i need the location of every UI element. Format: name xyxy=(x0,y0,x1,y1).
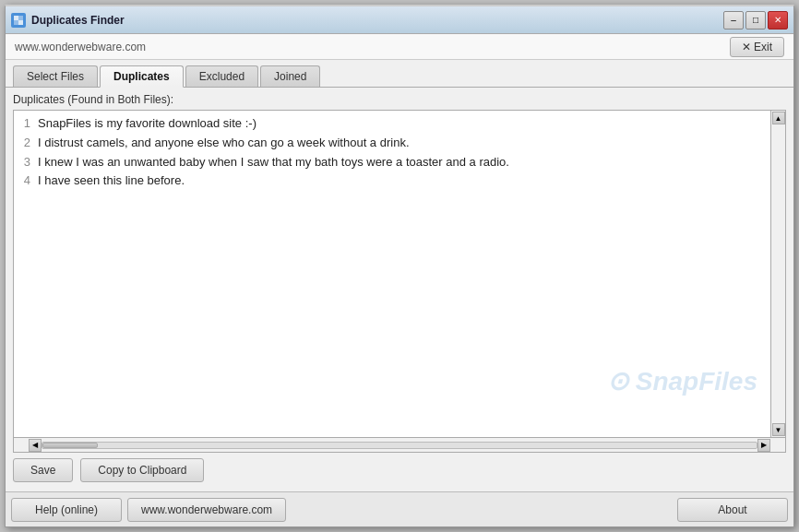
about-button[interactable]: About xyxy=(677,498,788,522)
website-button[interactable]: www.wonderwebware.com xyxy=(127,498,286,522)
svg-rect-1 xyxy=(18,20,23,25)
maximize-button[interactable]: □ xyxy=(745,11,766,30)
svg-rect-0 xyxy=(14,16,18,20)
svg-rect-3 xyxy=(18,16,23,20)
address-bar: www.wonderwebware.com ✕ Exit xyxy=(6,34,793,60)
text-container: 1SnapFiles is my favorite download site … xyxy=(13,110,786,453)
tab-excluded[interactable]: Excluded xyxy=(185,65,258,87)
scroll-right-arrow[interactable]: ▶ xyxy=(757,439,770,452)
save-button[interactable]: Save xyxy=(13,458,73,482)
tab-duplicates[interactable]: Duplicates xyxy=(100,65,184,88)
section-label: Duplicates (Found in Both Files): xyxy=(13,93,786,106)
tab-select-files[interactable]: Select Files xyxy=(13,65,98,87)
duplicates-text-area[interactable]: 1SnapFiles is my favorite download site … xyxy=(14,111,770,437)
window-title: Duplicates Finder xyxy=(31,14,723,27)
url-text: www.wonderwebware.com xyxy=(15,41,730,53)
scrollbar-thumb[interactable] xyxy=(42,443,98,448)
minimize-button[interactable]: – xyxy=(723,11,744,30)
main-window: Duplicates Finder – □ ✕ www.wonderwebwar… xyxy=(5,5,794,527)
scroll-up-arrow[interactable]: ▲ xyxy=(772,112,785,124)
close-button[interactable]: ✕ xyxy=(768,11,788,30)
tabs-bar: Select Files Duplicates Excluded Joined xyxy=(6,60,793,88)
scrollbar-track[interactable] xyxy=(42,442,757,449)
text-scroll-area: 1SnapFiles is my favorite download site … xyxy=(14,111,785,437)
title-bar: Duplicates Finder – □ ✕ xyxy=(6,6,793,34)
copy-clipboard-button[interactable]: Copy to Clipboard xyxy=(80,458,204,482)
title-bar-controls: – □ ✕ xyxy=(723,11,788,30)
exit-button[interactable]: ✕ Exit xyxy=(730,37,784,57)
horizontal-scrollbar[interactable]: ◀ ▶ xyxy=(14,437,785,452)
svg-rect-2 xyxy=(14,20,18,25)
app-icon xyxy=(11,13,26,28)
scroll-down-arrow[interactable]: ▼ xyxy=(772,423,785,436)
bottom-bar: Help (online) www.wonderwebware.com Abou… xyxy=(6,491,793,526)
vertical-scrollbar[interactable]: ▲ ▼ xyxy=(770,111,785,437)
content-area: Duplicates (Found in Both Files): 1SnapF… xyxy=(6,88,793,491)
action-bar: Save Copy to Clipboard xyxy=(13,453,786,486)
tab-joined[interactable]: Joined xyxy=(260,65,320,87)
scroll-left-arrow[interactable]: ◀ xyxy=(29,439,42,452)
help-button[interactable]: Help (online) xyxy=(11,498,122,522)
